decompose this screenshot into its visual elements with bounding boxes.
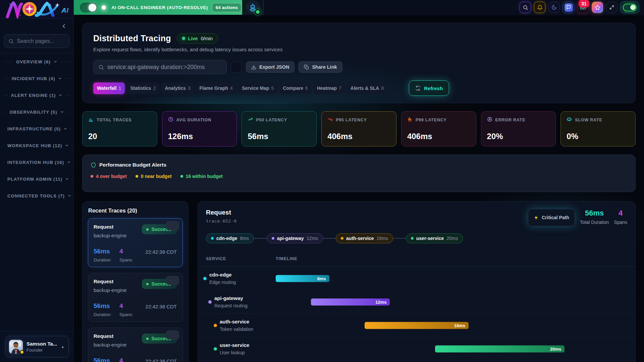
chip-connector [254,238,267,239]
waterfall-title: Request [206,209,237,216]
user-card[interactable]: Samson Ta... Founder ▲ [5,336,69,357]
sidebar-item-alert-engine[interactable]: ALERT ENGINE (1) [3,87,70,104]
stat-card-slow-rate: SLOW RATE 0% [560,111,636,146]
notifications-button[interactable] [534,2,545,13]
sidebar-item-overview[interactable]: OVERVIEW (6) [3,53,70,70]
refresh-icon [415,85,421,91]
favorites-button[interactable] [592,2,603,13]
waterfall-table: SERVICE TIMELINE cdn-edgeEdge routing 8m… [198,251,635,361]
topbar-toggle[interactable] [621,2,639,13]
tab-alerts-sla[interactable]: Alerts & SLA8 [347,82,387,94]
moon-icon [551,5,557,10]
refresh-button[interactable]: Refresh [409,80,449,96]
tab-compare[interactable]: Compare6 [279,82,311,94]
page-header-panel: Distributed Tracing Live 0/min Explore r… [82,23,636,103]
tab-flame-graph[interactable]: Flame Graph4 [196,82,236,94]
search-icon [523,5,528,10]
span-bar[interactable]: 16ms [365,322,469,329]
span-bar[interactable]: 20ms [435,345,565,352]
chevron-down-icon [65,143,69,147]
trace-card[interactable]: Request backup-engine Success 56msDurati… [88,327,183,362]
trace-card[interactable]: Request backup-engine Success 56msDurati… [88,218,183,267]
chat-button[interactable] [563,2,574,13]
service-chip-user-service[interactable]: user-service20ms [406,233,463,243]
stat-value: 20% [487,132,550,141]
theme-toggle-button[interactable] [548,2,560,13]
sidebar-collapse-button[interactable] [61,23,67,29]
sidebar-item-integration-hub[interactable]: INTEGRATION HUB (16) [3,154,70,171]
service-chips: cdn-edge8ms api-gateway12ms auth-service… [206,233,635,243]
budget-near: 0 near budget [136,174,172,179]
logo[interactable]: AI [0,0,73,19]
status-dot [136,175,138,178]
inbox-button[interactable]: 31 [577,2,589,13]
service-chip-api-gateway[interactable]: api-gateway12ms [267,233,323,243]
search-icon [8,39,14,44]
tab-statistics[interactable]: Statistics2 [126,82,159,94]
robot-icon [567,117,572,123]
service-chip-cdn-edge[interactable]: cdn-edge8ms [206,233,254,243]
critical-path-button[interactable]: Critical Path [528,209,575,226]
tab-service-map[interactable]: Service Map5 [238,82,278,94]
service-chip-auth-service[interactable]: auth-service16ms [336,233,393,243]
assistant-robot-button[interactable] [246,0,260,14]
span-row-cdn-edge[interactable]: cdn-edgeEdge routing 8ms [198,267,635,290]
sidebar-search[interactable] [4,34,69,48]
trace-query-input[interactable] [107,64,222,71]
sidebar-item-incident-hub[interactable]: INCIDENT HUB (4) [3,70,70,87]
budget-within: 16 within budget [180,174,223,179]
user-role: Founder [26,348,57,353]
topbar-search-button[interactable] [520,2,531,13]
sidebar-search-input[interactable] [17,38,65,44]
tab-waterfall[interactable]: Waterfall1 [93,82,125,94]
chevron-down-icon [58,76,62,80]
tab-analytics[interactable]: Analytics3 [161,82,194,94]
chip-connector [323,238,336,239]
trace-query-box[interactable] [93,60,227,74]
sidebar-item-connected-tools[interactable]: CONNECTED TOOLS (7) [3,187,70,204]
page-subtitle: Explore request flows, identify bottlene… [93,47,625,52]
sidebar-item-infrastructure[interactable]: INFRASTRUCTURE (5) [3,120,70,137]
stat-value: 126ms [168,132,231,141]
service-dot [214,347,217,351]
shield-icon [91,162,96,168]
stat-value: 0% [567,132,630,141]
span-row-auth-service[interactable]: auth-serviceToken validation 16ms [198,314,635,337]
trace-time: 22:42:38 CDT [146,304,177,309]
sidebar-item-platform-admin[interactable]: PLATFORM ADMIN (11) [3,171,70,187]
topbar: AI ON-CALL ENGINEER (AUTO-RESOLVE) 64 ac… [74,0,644,15]
live-status-badge: Live 0/min [177,33,218,44]
span-row-user-service[interactable]: user-serviceUser lookup 20ms [198,337,635,361]
service-dot [272,237,274,240]
query-option-box[interactable] [231,62,242,73]
view-tabs: Waterfall1 Statistics2 Analytics3 Flame … [93,82,387,94]
span-bar[interactable]: 12ms [311,298,390,305]
trace-time: 22:42:39 CDT [146,249,177,255]
span-row-api-gateway[interactable]: api-gatewayRequest routing 12ms [198,290,635,314]
status-dot [180,175,183,178]
status-overlay-box [166,221,179,230]
chevron-down-icon [58,93,62,97]
user-name: Samson Ta... [26,341,57,347]
sidebar-item-observability[interactable]: OBSERVABILITY (5) [3,104,70,120]
fullscreen-button[interactable] [606,2,618,13]
caret-up-icon: ▲ [61,345,64,349]
tab-heatmap[interactable]: Heatmap7 [313,82,345,94]
share-link-button[interactable]: Share Link [299,61,342,73]
sidebar-item-workspace-hub[interactable]: WORKSPACE HUB (12) [3,137,70,154]
trace-spans: 4 [119,248,132,255]
trace-duration: 56ms [94,248,111,255]
trace-card[interactable]: Request backup-engine Success 56msDurati… [88,273,183,322]
download-icon [251,65,256,70]
lightning-icon [534,215,539,220]
budget-over: 4 over budget [91,174,127,179]
chevron-down-icon [67,160,71,164]
span-bar[interactable]: 8ms [276,275,329,282]
main-content: Distributed Tracing Live 0/min Explore r… [74,15,644,362]
oncall-toggle[interactable] [80,3,97,12]
actions-count-button[interactable]: 64 actions [212,3,241,12]
avatar [9,340,23,354]
export-json-button[interactable]: Export JSON [246,61,294,73]
trace-id: trace-652-0 [206,219,237,224]
chat-bubble-icon [565,3,573,12]
